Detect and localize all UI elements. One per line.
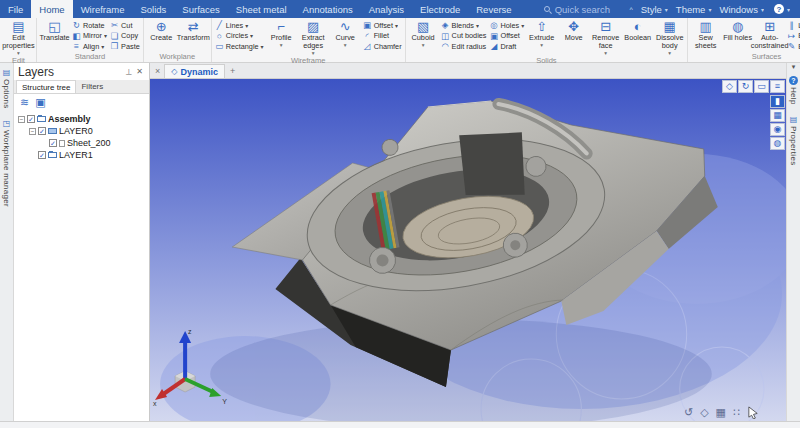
- menu-item-label: Windows: [719, 4, 758, 15]
- extend-button[interactable]: ↦Extend: [786, 31, 800, 42]
- menu-item-theme[interactable]: Theme▾: [672, 4, 716, 15]
- move-button[interactable]: ✥Move: [558, 19, 589, 56]
- remove-face-button[interactable]: ⊟Remove face▾: [590, 19, 621, 56]
- edit-radius-button[interactable]: ◠Edit radius: [440, 41, 488, 52]
- ribbon-group-workplane: ⊕Create⇄TransformWorkplane: [144, 18, 212, 62]
- tree-item-layer0[interactable]: −✓LAYER0: [14, 125, 149, 137]
- menu-tab-solids[interactable]: Solids: [132, 0, 174, 18]
- transform-button[interactable]: ⇄Transform: [178, 19, 209, 52]
- menu-tab-electrode[interactable]: Electrode: [412, 0, 468, 18]
- linear-ruled-button[interactable]: ∥Linear ruled: [786, 20, 800, 31]
- checkbox[interactable]: ✓: [27, 115, 35, 123]
- close-icon[interactable]: ✕: [134, 67, 145, 76]
- menu-icon[interactable]: ≡: [770, 80, 785, 93]
- tree-item-layer1[interactable]: ✓LAYER1: [14, 149, 149, 161]
- holes-button[interactable]: ◎Holes▾: [489, 20, 526, 31]
- cut-button[interactable]: ✂Cut: [109, 20, 141, 31]
- orbit-icon[interactable]: ↺: [684, 406, 693, 419]
- boolean-button[interactable]: ◐Boolean: [622, 19, 653, 56]
- save-icon[interactable]: ▣: [35, 96, 45, 109]
- tree-item-label: Assembly: [48, 114, 91, 124]
- tree-item-assembly[interactable]: −✓Assembly: [14, 113, 149, 125]
- viewport-layout-icon[interactable]: ∷: [733, 406, 740, 419]
- chevron-down-icon: ▾: [668, 50, 671, 56]
- new-tab-icon[interactable]: +: [227, 66, 238, 78]
- window-icon[interactable]: ▭: [754, 80, 769, 93]
- pin-icon[interactable]: ⊣: [124, 66, 133, 77]
- sew-sheets-button[interactable]: ▥Sew sheets: [690, 19, 721, 52]
- model-canvas[interactable]: x Y z ◇↻▭≡ ▮▦◉◍ ↺◇▦∷: [150, 79, 786, 421]
- menu-tab-surfaces[interactable]: Surfaces: [174, 0, 228, 18]
- menu-tab-sheet-metal[interactable]: Sheet metal: [228, 0, 295, 18]
- draft-button[interactable]: ◢Draft: [489, 41, 526, 52]
- menu-item-label: Theme: [676, 4, 706, 15]
- panel-tab-structure-tree[interactable]: Structure tree: [16, 80, 76, 93]
- create-button[interactable]: ⊕Create: [146, 19, 177, 52]
- menu-tab-wireframe[interactable]: Wireframe: [73, 0, 133, 18]
- tree-expander-icon[interactable]: −: [29, 128, 36, 135]
- extrude-button[interactable]: ⇧Extrude▾: [526, 19, 557, 56]
- wireframe-view-icon[interactable]: ▦: [716, 406, 726, 419]
- fill-holes-button[interactable]: ◍Fill holes: [722, 19, 753, 52]
- edit-surface-button[interactable]: ✎Edit surface▾: [786, 41, 800, 52]
- rectangle-button[interactable]: ▭Rectangle▾: [214, 41, 265, 52]
- mirror-button[interactable]: ◧Mirror▾: [71, 31, 108, 42]
- visibility-icon[interactable]: ◉: [770, 123, 785, 136]
- dissolve-body-button[interactable]: ▦Dissolve body▾: [654, 19, 685, 56]
- quick-search[interactable]: Quick search: [544, 0, 610, 18]
- cut-bodies-button[interactable]: ◫Cut bodies: [440, 31, 488, 42]
- view-cube-icon[interactable]: ◇: [722, 80, 737, 93]
- copy-button[interactable]: ❏Copy: [109, 31, 141, 42]
- fillet-button[interactable]: ◜Fillet: [362, 31, 403, 42]
- dock-tab-properties[interactable]: ▤Properties: [789, 110, 798, 170]
- tab-dynamic[interactable]: ◇ Dynamic: [164, 64, 225, 78]
- panel-tab-filters[interactable]: Filters: [76, 80, 108, 93]
- offset-button[interactable]: ▣Offset: [489, 31, 526, 42]
- menu-item-windows[interactable]: Windows▾: [715, 4, 768, 15]
- auto-constrained-button[interactable]: ⊞Auto-constrained: [754, 19, 785, 52]
- button-label: Transform: [177, 34, 210, 42]
- chamfer-button[interactable]: ◿Chamfer: [362, 41, 403, 52]
- ribbon-collapse-icon[interactable]: ^: [627, 6, 634, 13]
- orbit-icon[interactable]: ↻: [738, 80, 753, 93]
- axis-y-label: Y: [222, 398, 227, 405]
- menu-tab-analysis[interactable]: Analysis: [361, 0, 412, 18]
- translate-button[interactable]: ◱Translate: [39, 19, 70, 52]
- lines-button[interactable]: ╱Lines▾: [214, 20, 265, 31]
- button-label: Curve: [335, 34, 354, 42]
- tree-item-sheet-200[interactable]: ✓Sheet_200: [14, 137, 149, 149]
- checkbox[interactable]: ✓: [38, 127, 46, 135]
- align-button[interactable]: ≡Align▾: [71, 41, 108, 52]
- extract-edges-button[interactable]: ▨Extract edges▾: [298, 19, 329, 56]
- dock-tab-help[interactable]: ?Help: [789, 71, 798, 110]
- menu-item-style[interactable]: Style▾: [637, 4, 672, 15]
- menu-tab-file[interactable]: File: [0, 0, 31, 18]
- dock-tab-options[interactable]: ▤Options: [2, 63, 11, 114]
- menu-tab-reverse[interactable]: Reverse: [468, 0, 519, 18]
- collapse-icon[interactable]: ▾: [790, 63, 798, 71]
- isometric-view-icon[interactable]: ◇: [700, 406, 708, 419]
- circles-button[interactable]: ○Circles▾: [214, 31, 265, 42]
- layers-icon[interactable]: ≋: [20, 96, 29, 109]
- curve-button[interactable]: ∿Curve▾: [330, 19, 361, 56]
- menu-tab-home[interactable]: Home: [31, 0, 72, 18]
- rotate-button[interactable]: ↻Rotate: [71, 20, 108, 31]
- close-tab-icon[interactable]: ×: [153, 66, 162, 78]
- dock-tab-workplane-manager[interactable]: ◳Workplane manager: [2, 114, 11, 212]
- edit-properties-button[interactable]: ▤Edit properties▾: [3, 19, 34, 56]
- profile-button[interactable]: ⌐Profile▾: [266, 19, 297, 56]
- render-icon[interactable]: ◍: [770, 137, 785, 150]
- tree-expander-icon[interactable]: −: [18, 116, 25, 123]
- offset-button[interactable]: ▣Offset▾: [362, 20, 403, 31]
- grid-icon[interactable]: ▦: [770, 109, 785, 122]
- cuboid-button[interactable]: ▧Cuboid▾: [408, 19, 439, 56]
- checkbox[interactable]: ✓: [38, 151, 46, 159]
- display-mode-icon[interactable]: ▮: [770, 95, 785, 108]
- blends-button[interactable]: ◈Blends▾: [440, 20, 488, 31]
- paste-button[interactable]: ❒Paste: [109, 41, 141, 52]
- checkbox[interactable]: ✓: [49, 139, 57, 147]
- fill-holes-icon: ◍: [732, 19, 743, 34]
- cuboid-icon: ▧: [417, 19, 429, 34]
- menu-tab-annotations[interactable]: Annotations: [295, 0, 361, 18]
- help-menu[interactable]: ? ▾: [770, 4, 794, 14]
